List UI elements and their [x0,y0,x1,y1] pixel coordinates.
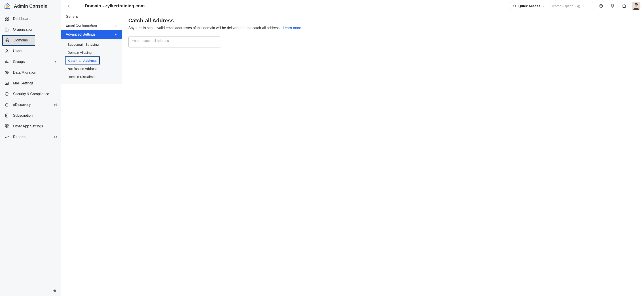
sidebar-item-label: Groups [13,60,24,64]
sidebar-item-data-migration[interactable]: Data Migration [0,67,61,78]
settings-item-general[interactable]: General [61,12,122,21]
mail-settings-icon [4,81,9,86]
chevron-down-icon [114,33,118,36]
sub-item-label: Domain Disclaimer [68,75,96,79]
svg-rect-2 [7,17,8,19]
sidebar-item-label: Organization [13,28,33,32]
sub-item-label: Notification Address [68,67,97,71]
sidebar-item-organization[interactable]: Organization [0,24,61,35]
sidebar-item-users[interactable]: Users [0,46,61,56]
building-icon [4,27,9,32]
sidebar-item-label: eDiscovery [13,103,31,107]
sidebar-item-label: Users [13,49,22,53]
group-icon [4,60,9,64]
svg-rect-4 [7,19,8,21]
catch-all-address-input[interactable]: Enter a catch-all address [128,36,221,48]
sidebar-item-subscription[interactable]: Subscription [0,110,61,121]
sub-item-subdomain-stripping[interactable]: Subdomain Stripping [61,40,122,48]
sidebar-item-label: Subscription [13,113,33,117]
top-header: Domain - zylkertraining.com Quick Access [61,0,350,12]
main-content: Catch-all Address Any emails sent invali… [122,12,350,161]
primary-nav: Dashboard Organization Domains [0,12,61,142]
sub-item-catch-all-address[interactable]: Catch-all Address [65,56,100,65]
sidebar-item-groups[interactable]: Groups [0,56,61,67]
back-button[interactable] [67,3,73,9]
settings-item-label: General [66,15,78,19]
dashboard-icon [4,17,9,21]
input-placeholder: Enter a catch-all address [132,39,169,43]
svg-rect-16 [5,82,8,85]
content-title: Catch-all Address [128,18,350,24]
svg-rect-26 [5,126,7,128]
svg-rect-18 [6,104,8,106]
sidebar-item-domains[interactable]: Domains [2,35,35,46]
migration-icon [4,70,9,75]
content-description-text: Any emails sent invalid email addresses … [128,26,280,30]
svg-rect-5 [5,28,7,31]
svg-rect-25 [7,125,8,126]
svg-rect-1 [5,17,6,19]
advanced-settings-submenu: Subdomain Stripping Domain Aliasing Catc… [61,39,122,84]
sidebar-item-label: Dashboard [13,17,30,21]
svg-rect-3 [5,19,6,21]
content-description: Any emails sent invalid email addresses … [128,26,350,30]
sub-item-domain-aliasing[interactable]: Domain Aliasing [61,48,122,56]
sidebar-item-security[interactable]: Security & Compliance [0,89,61,99]
jar-icon [4,102,9,107]
sidebar-item-label: Reports [13,135,26,139]
settings-item-label: Email Configuration [66,24,97,28]
sidebar-item-label: Mail Settings [13,81,34,85]
sub-item-label: Catch-all Address [68,59,96,62]
apps-icon [4,124,9,128]
sub-item-notification-address[interactable]: Notification Address [61,65,122,73]
chart-icon [4,135,9,139]
receipt-icon [4,113,9,118]
sidebar-item-label: Domains [14,38,28,42]
sub-item-domain-disclaimer[interactable]: Domain Disclaimer [61,73,122,81]
page-title: Domain - zylkertraining.com [85,3,145,9]
sidebar-item-ediscovery[interactable]: eDiscovery [0,99,61,110]
brand-title: Admin Console [14,4,47,9]
sidebar-item-dashboard[interactable]: Dashboard [0,14,61,24]
sidebar-item-label: Data Migration [13,71,36,75]
chevron-right-icon [114,24,118,27]
header-divider [78,3,78,9]
svg-rect-24 [5,125,7,126]
learn-more-link[interactable]: Learn more [283,26,301,30]
sub-item-label: Domain Aliasing [68,51,92,54]
sub-item-label: Subdomain Stripping [68,43,98,46]
globe-icon [5,38,10,43]
settings-sidebar: General Email Configuration Advanced Set… [61,12,122,161]
sidebar-item-reports[interactable]: Reports [0,132,61,142]
brand-logo-icon [4,3,11,10]
sidebar-item-other-app-settings[interactable]: Other App Settings [0,121,61,132]
brand: Admin Console [0,0,61,12]
svg-rect-6 [7,29,8,31]
primary-sidebar: Admin Console Dashboard Organization [0,0,61,161]
sidebar-item-label: Other App Settings [13,124,43,128]
settings-item-advanced-settings[interactable]: Advanced Settings [61,30,122,39]
svg-point-27 [7,127,8,128]
chevron-right-icon [54,60,57,63]
user-icon [4,49,9,53]
sidebar-item-mail-settings[interactable]: Mail Settings [0,78,61,89]
settings-item-label: Advanced Settings [66,33,96,37]
external-link-icon [54,103,57,106]
svg-point-14 [6,61,7,62]
svg-point-15 [7,61,8,62]
shield-icon [4,92,9,96]
settings-item-email-configuration[interactable]: Email Configuration [61,21,122,30]
sidebar-item-label: Security & Compliance [13,92,49,96]
svg-point-13 [6,50,8,51]
external-link-icon [54,135,57,138]
